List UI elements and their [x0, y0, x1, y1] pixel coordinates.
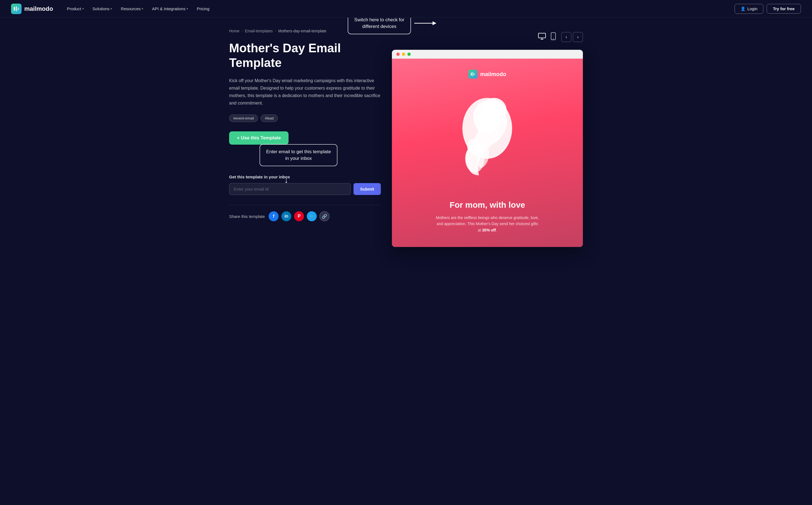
browser-bar: [392, 50, 583, 59]
try-for-free-button[interactable]: Try for free: [767, 4, 801, 14]
breadcrumb-home[interactable]: Home: [229, 29, 239, 33]
browser-mockup: mailmodo For: [392, 50, 583, 247]
breadcrumb-sep-2: ›: [275, 29, 276, 33]
email-logo: mailmodo: [409, 70, 566, 78]
email-annotation-group: Enter email to get this templatein your …: [229, 174, 381, 195]
next-arrow-button[interactable]: ›: [573, 32, 583, 42]
switch-annotation-text: Switch here to check fordifferent device…: [354, 17, 404, 29]
svg-rect-10: [471, 72, 472, 75]
email-body-text: Mothers are the selfless beings who dese…: [435, 215, 540, 233]
person-icon: 👤: [741, 6, 746, 11]
nav-arrows: ‹ ›: [561, 32, 583, 42]
share-section: Share this template f in P 🐦 🔗: [229, 211, 381, 221]
svg-rect-2: [18, 7, 19, 10]
mobile-icon[interactable]: [551, 32, 556, 42]
svg-rect-12: [474, 73, 475, 75]
tag-lead[interactable]: #lead: [261, 115, 278, 122]
share-link-button[interactable]: 🔗: [319, 211, 329, 221]
chevron-down-icon: ▾: [82, 7, 84, 10]
device-row: Switch here to check fordifferent device…: [392, 29, 583, 45]
right-panel: Switch here to check fordifferent device…: [392, 29, 583, 247]
svg-rect-1: [16, 6, 17, 11]
email-logo-icon: [469, 70, 477, 78]
page-description: Kick off your Mother's Day email marketi…: [229, 77, 381, 107]
annotation-email-text: Enter email to get this templatein your …: [266, 149, 331, 161]
chevron-down-icon: ▾: [142, 7, 143, 10]
svg-point-15: [482, 98, 507, 123]
desktop-icon[interactable]: [538, 33, 546, 41]
page-title: Mother's Day Email Template: [229, 41, 381, 70]
prev-arrow-button[interactable]: ‹: [561, 32, 571, 42]
email-preview: mailmodo For: [392, 59, 583, 247]
navbar-left: mailmodo Product ▾ Solutions ▾ Resources…: [11, 4, 213, 14]
submit-button[interactable]: Submit: [353, 183, 381, 195]
device-icons: [538, 32, 556, 42]
tag-event-email[interactable]: #event-email: [229, 115, 258, 122]
share-facebook-button[interactable]: f: [269, 211, 279, 221]
breadcrumb-current: Mothers-day-email-template: [278, 29, 326, 33]
share-twitter-button[interactable]: 🐦: [307, 211, 317, 221]
share-icons: f in P 🐦 🔗: [269, 211, 329, 221]
svg-rect-5: [538, 33, 546, 38]
share-linkedin-button[interactable]: in: [281, 211, 291, 221]
logo-icon: [11, 4, 22, 14]
use-template-button[interactable]: + Use this Template: [229, 131, 289, 145]
email-annotation-box: Enter email to get this templatein your …: [260, 144, 337, 166]
mother-silhouette: [443, 90, 531, 189]
navbar: mailmodo Product ▾ Solutions ▾ Resources…: [0, 0, 812, 18]
nav-item-resources[interactable]: Resources ▾: [117, 4, 147, 13]
breadcrumb-sep-1: ›: [242, 29, 243, 33]
logo-text: mailmodo: [24, 5, 53, 12]
svg-rect-0: [14, 7, 15, 11]
nav-item-product[interactable]: Product ▾: [63, 4, 88, 13]
chevron-down-icon: ▾: [187, 7, 188, 10]
browser-dot-yellow: [402, 52, 405, 56]
email-tagline: For mom, with love: [409, 200, 566, 210]
email-logo-text: mailmodo: [480, 71, 506, 77]
nav-item-api[interactable]: API & Integrations ▾: [148, 4, 192, 13]
nav-item-pricing[interactable]: Pricing: [193, 4, 213, 13]
annotation-arrow-right: [414, 19, 437, 27]
login-button[interactable]: 👤 Login: [735, 4, 763, 14]
svg-rect-11: [473, 72, 474, 76]
nav-links: Product ▾ Solutions ▾ Resources ▾ API & …: [63, 4, 213, 13]
chevron-down-icon: ▾: [110, 7, 112, 10]
logo[interactable]: mailmodo: [11, 4, 53, 14]
browser-dot-red: [396, 52, 399, 56]
navbar-right: 👤 Login Try for free: [735, 4, 801, 14]
browser-dot-green: [408, 52, 411, 56]
breadcrumb-email-templates[interactable]: Email-templates: [245, 29, 273, 33]
main-content: Home › Email-templates › Mothers-day-ema…: [213, 18, 599, 264]
tags: #event-email #lead: [229, 115, 381, 122]
device-row-inner: ‹ ›: [538, 32, 583, 42]
share-pinterest-button[interactable]: P: [294, 211, 304, 221]
left-panel: Home › Email-templates › Mothers-day-ema…: [229, 29, 392, 247]
email-form: Submit: [229, 183, 381, 195]
svg-point-9: [553, 38, 554, 39]
svg-marker-4: [433, 21, 437, 25]
email-section-label: Get this template in your inbox: [229, 174, 381, 179]
email-input[interactable]: [229, 183, 351, 195]
nav-item-solutions[interactable]: Solutions ▾: [89, 4, 116, 13]
share-label: Share this template: [229, 214, 265, 219]
